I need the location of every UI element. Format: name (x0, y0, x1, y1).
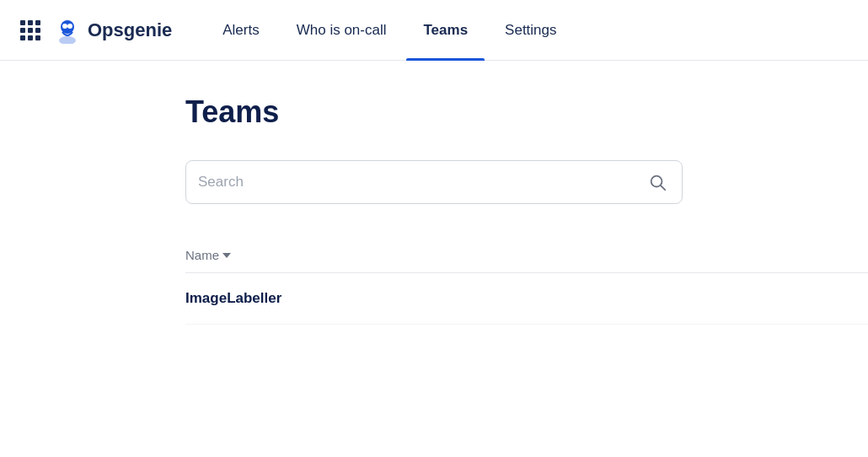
nav-item-alerts[interactable]: Alerts (206, 0, 276, 60)
svg-point-2 (62, 24, 67, 29)
page-title: Teams (185, 94, 868, 130)
search-button[interactable] (645, 169, 670, 195)
nav-item-teams[interactable]: Teams (406, 0, 485, 60)
svg-line-5 (661, 185, 665, 190)
teams-table: Name ImageLabeller (185, 238, 868, 325)
team-name[interactable]: ImageLabeller (185, 290, 281, 307)
sort-chevron-icon (222, 253, 231, 258)
navbar: Opsgenie Alerts Who is on-call Teams Set… (0, 0, 868, 61)
search-container (185, 160, 683, 204)
brand-name: Opsgenie (88, 19, 172, 41)
svg-point-3 (67, 24, 72, 29)
search-input[interactable] (198, 174, 645, 191)
main-content: Teams Name ImageLabeller (0, 61, 868, 325)
search-icon (648, 173, 667, 191)
nav-links: Alerts Who is on-call Teams Settings (206, 0, 848, 60)
table-header: Name (185, 238, 868, 273)
svg-point-1 (59, 36, 76, 44)
grid-menu-icon[interactable] (20, 20, 40, 40)
column-name-label: Name (185, 248, 219, 262)
table-row: ImageLabeller (185, 273, 868, 325)
nav-item-who-is-on-call[interactable]: Who is on-call (280, 0, 404, 60)
brand-logo[interactable]: Opsgenie (54, 17, 172, 44)
search-box (185, 160, 683, 204)
nav-item-settings[interactable]: Settings (488, 0, 573, 60)
opsgenie-logo-icon (54, 17, 81, 44)
column-name-sort[interactable]: Name (185, 248, 231, 262)
